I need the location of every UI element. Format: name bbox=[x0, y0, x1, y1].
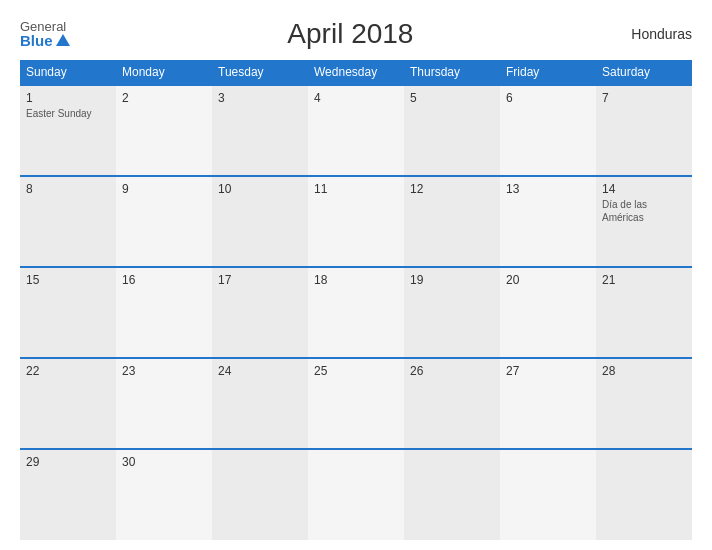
header-monday: Monday bbox=[116, 60, 212, 85]
day-number: 13 bbox=[506, 182, 590, 196]
calendar-cell: 16 bbox=[116, 267, 212, 358]
calendar-cell: 27 bbox=[500, 358, 596, 449]
day-number: 20 bbox=[506, 273, 590, 287]
day-number: 14 bbox=[602, 182, 686, 196]
day-number: 16 bbox=[122, 273, 206, 287]
day-number: 26 bbox=[410, 364, 494, 378]
header-friday: Friday bbox=[500, 60, 596, 85]
calendar-cell: 6 bbox=[500, 85, 596, 176]
days-header-row: Sunday Monday Tuesday Wednesday Thursday… bbox=[20, 60, 692, 85]
calendar-cell: 28 bbox=[596, 358, 692, 449]
country-label: Honduras bbox=[631, 26, 692, 42]
day-number: 27 bbox=[506, 364, 590, 378]
calendar-cell bbox=[212, 449, 308, 540]
calendar-cell: 1Easter Sunday bbox=[20, 85, 116, 176]
calendar-cell: 22 bbox=[20, 358, 116, 449]
calendar-cell: 13 bbox=[500, 176, 596, 267]
calendar-week-5: 2930 bbox=[20, 449, 692, 540]
calendar-cell: 21 bbox=[596, 267, 692, 358]
calendar-cell: 3 bbox=[212, 85, 308, 176]
holiday-label: Día de las Américas bbox=[602, 198, 686, 224]
calendar-page: General Blue April 2018 Honduras Sunday … bbox=[0, 0, 712, 550]
calendar-cell: 30 bbox=[116, 449, 212, 540]
day-number: 15 bbox=[26, 273, 110, 287]
calendar-cell: 26 bbox=[404, 358, 500, 449]
calendar-cell: 24 bbox=[212, 358, 308, 449]
day-number: 23 bbox=[122, 364, 206, 378]
day-number: 7 bbox=[602, 91, 686, 105]
calendar-cell: 15 bbox=[20, 267, 116, 358]
header-thursday: Thursday bbox=[404, 60, 500, 85]
logo-blue-text: Blue bbox=[20, 33, 70, 48]
calendar-cell: 17 bbox=[212, 267, 308, 358]
day-number: 8 bbox=[26, 182, 110, 196]
calendar-cell: 7 bbox=[596, 85, 692, 176]
day-number: 21 bbox=[602, 273, 686, 287]
calendar-cell: 19 bbox=[404, 267, 500, 358]
day-number: 30 bbox=[122, 455, 206, 469]
header-tuesday: Tuesday bbox=[212, 60, 308, 85]
day-number: 25 bbox=[314, 364, 398, 378]
day-number: 1 bbox=[26, 91, 110, 105]
day-number: 22 bbox=[26, 364, 110, 378]
day-number: 12 bbox=[410, 182, 494, 196]
calendar-cell: 5 bbox=[404, 85, 500, 176]
calendar-cell: 20 bbox=[500, 267, 596, 358]
day-number: 10 bbox=[218, 182, 302, 196]
calendar-cell: 11 bbox=[308, 176, 404, 267]
calendar-title: April 2018 bbox=[287, 18, 413, 50]
calendar-week-2: 891011121314Día de las Américas bbox=[20, 176, 692, 267]
day-number: 9 bbox=[122, 182, 206, 196]
day-number: 24 bbox=[218, 364, 302, 378]
logo: General Blue bbox=[20, 20, 70, 48]
calendar-cell bbox=[308, 449, 404, 540]
calendar-cell: 9 bbox=[116, 176, 212, 267]
header-sunday: Sunday bbox=[20, 60, 116, 85]
calendar-cell: 18 bbox=[308, 267, 404, 358]
calendar-cell: 12 bbox=[404, 176, 500, 267]
calendar-cell: 10 bbox=[212, 176, 308, 267]
calendar-cell: 29 bbox=[20, 449, 116, 540]
day-number: 6 bbox=[506, 91, 590, 105]
day-number: 2 bbox=[122, 91, 206, 105]
day-number: 19 bbox=[410, 273, 494, 287]
calendar-table: Sunday Monday Tuesday Wednesday Thursday… bbox=[20, 60, 692, 540]
calendar-cell: 14Día de las Américas bbox=[596, 176, 692, 267]
calendar-cell bbox=[596, 449, 692, 540]
calendar-week-4: 22232425262728 bbox=[20, 358, 692, 449]
day-number: 3 bbox=[218, 91, 302, 105]
calendar-cell: 2 bbox=[116, 85, 212, 176]
day-number: 4 bbox=[314, 91, 398, 105]
calendar-cell bbox=[404, 449, 500, 540]
holiday-label: Easter Sunday bbox=[26, 107, 110, 120]
header-wednesday: Wednesday bbox=[308, 60, 404, 85]
calendar-cell bbox=[500, 449, 596, 540]
day-number: 17 bbox=[218, 273, 302, 287]
calendar-cell: 4 bbox=[308, 85, 404, 176]
day-number: 18 bbox=[314, 273, 398, 287]
calendar-cell: 25 bbox=[308, 358, 404, 449]
header: General Blue April 2018 Honduras bbox=[20, 18, 692, 50]
calendar-cell: 23 bbox=[116, 358, 212, 449]
day-number: 11 bbox=[314, 182, 398, 196]
calendar-week-1: 1Easter Sunday234567 bbox=[20, 85, 692, 176]
header-saturday: Saturday bbox=[596, 60, 692, 85]
day-number: 29 bbox=[26, 455, 110, 469]
logo-triangle-icon bbox=[56, 34, 70, 46]
calendar-week-3: 15161718192021 bbox=[20, 267, 692, 358]
day-number: 5 bbox=[410, 91, 494, 105]
calendar-cell: 8 bbox=[20, 176, 116, 267]
day-number: 28 bbox=[602, 364, 686, 378]
